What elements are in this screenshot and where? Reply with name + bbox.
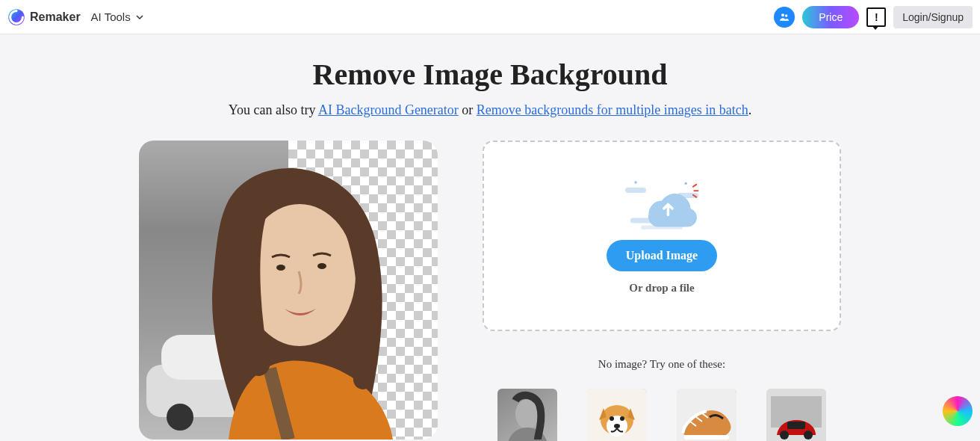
upload-image-button[interactable]: Upload Image [607, 240, 717, 271]
floating-action-button[interactable] [943, 396, 973, 426]
login-signup-button[interactable]: Login/Signup [893, 6, 973, 28]
drop-file-label: Or drop a file [629, 282, 694, 294]
sample-image-shoe[interactable] [677, 389, 736, 441]
hero-subtitle: You can also try AI Background Generator… [0, 102, 980, 118]
svg-rect-10 [625, 188, 646, 193]
samples-intro: No image? Try one of these: [483, 358, 841, 371]
brand-logo[interactable]: Remaker [7, 8, 81, 26]
svg-point-2 [785, 14, 787, 16]
sub-suffix: . [748, 102, 752, 117]
link-batch-remove[interactable]: Remove backgrounds for multiple images i… [477, 102, 748, 117]
upload-dropzone[interactable]: Upload Image Or drop a file [483, 141, 841, 331]
cloud-upload-icon [617, 177, 707, 229]
sample-image-car[interactable] [766, 389, 826, 441]
svg-rect-24 [684, 435, 729, 440]
svg-point-20 [610, 416, 614, 421]
upload-column: Upload Image Or drop a file No image? Tr… [483, 141, 841, 441]
hero-section: Remove Image Background You can also try… [0, 34, 980, 118]
sub-mid: or [459, 102, 477, 117]
price-button[interactable]: Price [802, 6, 859, 28]
content-row: Upload Image Or drop a file No image? Tr… [0, 141, 980, 441]
community-icon[interactable] [774, 7, 795, 28]
sample-image-dog[interactable] [587, 389, 647, 441]
svg-point-21 [620, 416, 624, 421]
sample-image-person[interactable] [497, 389, 557, 441]
svg-point-1 [781, 13, 784, 16]
ai-tools-label: AI Tools [91, 10, 131, 23]
samples-row [483, 389, 841, 441]
site-header: Remaker AI Tools Price Login/Signup [0, 0, 980, 34]
link-ai-generator[interactable]: AI Background Generator [318, 102, 459, 117]
svg-point-28 [780, 431, 789, 440]
sub-prefix: You can also try [229, 102, 318, 117]
svg-point-15 [684, 182, 687, 185]
demo-preview-image [139, 141, 438, 440]
brand-name: Remaker [30, 10, 81, 24]
feedback-icon[interactable] [866, 7, 886, 27]
svg-rect-27 [787, 422, 805, 429]
svg-point-14 [634, 181, 637, 184]
chevron-down-icon [135, 13, 144, 22]
ai-tools-dropdown[interactable]: AI Tools [91, 10, 144, 23]
page-title: Remove Image Background [0, 57, 980, 92]
header-actions: Price Login/Signup [774, 6, 973, 28]
logo-icon [7, 8, 25, 26]
svg-point-22 [614, 424, 620, 428]
svg-point-29 [804, 431, 813, 440]
